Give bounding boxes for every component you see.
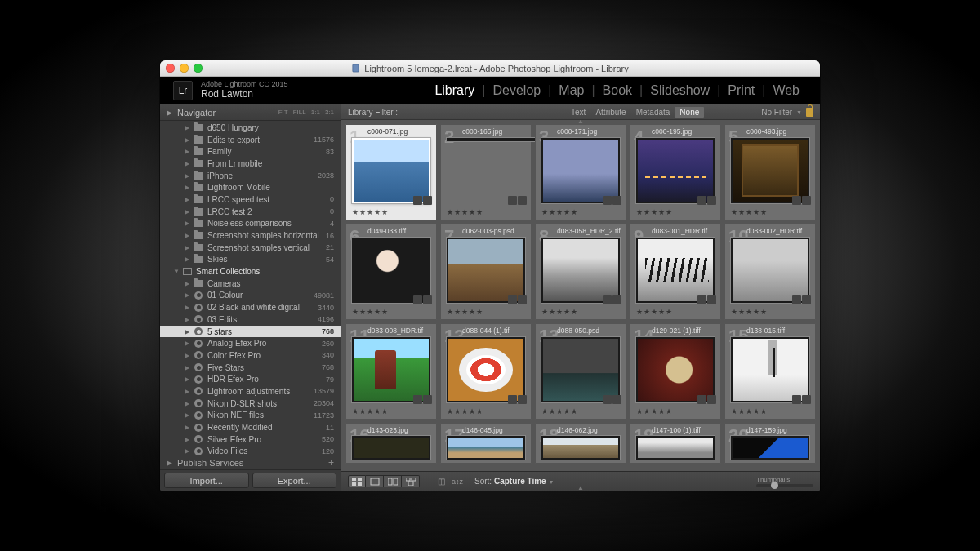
collection-item[interactable]: ▶Cameras	[160, 278, 341, 290]
rating-stars[interactable]: ★★★★★	[636, 407, 673, 415]
sort-control[interactable]: Sort: Capture Time ▼	[474, 477, 554, 486]
collection-item[interactable]: ▶Silver Efex Pro520	[160, 433, 341, 446]
collection-item[interactable]: ▶d650 Hungary	[160, 122, 341, 134]
collection-item[interactable]: ▶Edits to export11576	[160, 134, 341, 146]
thumbnail-size-slider[interactable]	[756, 484, 813, 487]
collection-item[interactable]: ▶03 Edits4196	[160, 313, 341, 326]
thumbnail-cell[interactable]: 3c000-171.jpg★★★★★	[535, 124, 626, 220]
filter-tab-none[interactable]: None	[675, 107, 704, 118]
module-map[interactable]: Map	[551, 83, 591, 98]
grid-view-button[interactable]	[348, 475, 366, 487]
zoom-1:1[interactable]: 1:1	[311, 109, 320, 116]
collection-item[interactable]: ▶Video Files120	[160, 446, 341, 455]
filter-preset[interactable]: No Filter ▼	[761, 108, 813, 117]
module-print[interactable]: Print	[720, 83, 762, 98]
disclosure-icon: ▶	[185, 148, 193, 155]
collection-item[interactable]: ▶LRCC test 20	[160, 206, 341, 218]
module-library[interactable]: Library	[427, 83, 482, 98]
collection-item[interactable]: ▶Screenshot samples horizontal16	[160, 229, 341, 242]
thumbnail-cell[interactable]: 13d088-050.psd★★★★★	[535, 323, 626, 420]
cell-badges	[508, 295, 527, 304]
rating-stars[interactable]: ★★★★★	[352, 308, 389, 316]
thumbnail-cell[interactable]: 16d143-023.jpg★★★★★	[345, 423, 437, 464]
thumbnail-cell[interactable]: 19d147-100 (1).tiff★★★★★	[630, 423, 721, 464]
thumbnail-cell[interactable]: 11d083-008_HDR.tif★★★★★	[345, 323, 437, 420]
collection-selected[interactable]: ▶5 stars768	[160, 326, 341, 338]
filter-tab-text[interactable]: Text	[566, 107, 590, 118]
add-icon[interactable]: +	[328, 457, 334, 469]
survey-view-button[interactable]	[402, 475, 420, 487]
collection-item[interactable]: ▶Nikon NEF files11723	[160, 410, 341, 422]
rating-stars[interactable]: ★★★★★	[447, 208, 483, 216]
collection-item[interactable]: ▶02 Black and white digital3440	[160, 301, 341, 313]
sort-direction-icon[interactable]: a↕z	[452, 478, 463, 486]
module-slideshow[interactable]: Slideshow	[643, 83, 717, 98]
thumbnail-cell[interactable]: 9d083-001_HDR.tif★★★★★	[630, 224, 721, 320]
thumbnail-cell[interactable]: 20d147-159.jpg★★★★★	[724, 423, 816, 464]
collection-item[interactable]: ▶Screenshot samples vertical21	[160, 242, 341, 254]
export-button[interactable]: Export...	[252, 473, 337, 488]
rating-stars[interactable]: ★★★★★	[352, 208, 389, 216]
grid-view[interactable]: ▲ 1c000-071.jpg★★★★★2c000-165.jpg★★★★★3c…	[341, 120, 820, 471]
navigator-panel-header[interactable]: ▶ Navigator FITFILL1:13:1	[160, 104, 341, 121]
import-button[interactable]: Import...	[164, 473, 249, 488]
thumbnail-cell[interactable]: 12d088-044 (1).tif★★★★★	[440, 323, 532, 420]
thumbnail-cell[interactable]: 18d146-062.jpg★★★★★	[535, 423, 626, 464]
thumbnail-cell[interactable]: 7d062-003-ps.psd★★★★★	[440, 224, 532, 320]
publish-services-header[interactable]: ▶ Publish Services +	[160, 455, 341, 469]
thumbnail-cell[interactable]: 15d138-015.tiff★★★★★	[724, 323, 816, 420]
loupe-view-button[interactable]	[366, 475, 384, 487]
thumbnail-cell[interactable]: 8d083-058_HDR_2.tif★★★★★	[535, 224, 626, 320]
minimize-icon[interactable]	[180, 64, 189, 73]
thumbnail-cell[interactable]: 6d049-033.tiff★★★★★	[345, 224, 437, 320]
collection-item[interactable]: ▶01 Colour49081	[160, 290, 341, 302]
thumbnail-cell[interactable]: 17d146-045.jpg★★★★★	[440, 423, 532, 464]
collection-item[interactable]: ▶Five Stars768	[160, 362, 341, 374]
rating-stars[interactable]: ★★★★★	[731, 308, 768, 316]
thumbnail-cell[interactable]: 10d083-002_HDR.tif★★★★★	[724, 224, 816, 320]
collection-item[interactable]: ▶Lightroom adjustments13579	[160, 385, 341, 398]
collection-item[interactable]: ▶Skies54	[160, 254, 341, 266]
rating-stars[interactable]: ★★★★★	[541, 308, 578, 316]
rating-stars[interactable]: ★★★★★	[731, 407, 768, 415]
collection-item[interactable]: ▶Lightroom Mobile	[160, 181, 341, 193]
module-develop[interactable]: Develop	[485, 83, 548, 98]
collection-item[interactable]: ▶iPhone2028	[160, 170, 341, 182]
rating-stars[interactable]: ★★★★★	[636, 308, 673, 316]
thumbnail-cell[interactable]: 2c000-165.jpg★★★★★	[440, 124, 532, 220]
lock-icon[interactable]	[806, 108, 813, 117]
collection-item[interactable]: ▶Noiseless comparisons4	[160, 218, 341, 230]
filter-tab-attribute[interactable]: Attribute	[590, 107, 630, 118]
collection-item[interactable]: ▶HDR Efex Pro79	[160, 373, 341, 385]
collection-item[interactable]: ▶Family83	[160, 145, 341, 158]
thumbnail-cell[interactable]: 4c000-195.jpg★★★★★	[630, 124, 721, 220]
close-icon[interactable]	[166, 64, 175, 73]
rating-stars[interactable]: ★★★★★	[447, 308, 483, 316]
zoom-fill[interactable]: FILL	[293, 109, 306, 116]
collection-item[interactable]: ▶Color Efex Pro340	[160, 349, 341, 362]
rating-stars[interactable]: ★★★★★	[447, 407, 483, 415]
zoom-3:1[interactable]: 3:1	[325, 109, 334, 116]
painter-tool-icon[interactable]: ◫	[438, 477, 445, 486]
rating-stars[interactable]: ★★★★★	[731, 208, 768, 216]
rating-stars[interactable]: ★★★★★	[636, 208, 673, 216]
rating-stars[interactable]: ★★★★★	[352, 407, 389, 415]
collection-item[interactable]: ▶Analog Efex Pro260	[160, 337, 341, 349]
module-book[interactable]: Book	[595, 83, 639, 98]
filter-tab-metadata[interactable]: Metadata	[631, 107, 675, 118]
rating-stars[interactable]: ★★★★★	[541, 208, 578, 216]
collection-item[interactable]: ▶Recently Modified11	[160, 421, 341, 433]
collection-item[interactable]: ▶Nikon D-SLR shots20304	[160, 398, 341, 410]
module-web[interactable]: Web	[765, 83, 807, 98]
compare-view-button[interactable]	[384, 475, 402, 487]
thumbnail-cell[interactable]: 1c000-071.jpg★★★★★	[345, 124, 437, 220]
collection-item[interactable]: ▶From Lr mobile	[160, 158, 341, 170]
thumbnail-cell[interactable]: 5c000-493.jpg★★★★★	[724, 124, 816, 220]
collection-item[interactable]: ▶LRCC speed test0	[160, 193, 341, 206]
rating-stars[interactable]: ★★★★★	[541, 407, 578, 415]
zoom-icon[interactable]	[194, 64, 203, 73]
zoom-fit[interactable]: FIT	[278, 109, 288, 116]
collection-item[interactable]: ▼Smart Collections	[160, 265, 341, 278]
thumbnail-cell[interactable]: 14d129-021 (1).tiff★★★★★	[630, 323, 721, 420]
panel-collapse-bottom-icon[interactable]: ▲	[577, 484, 584, 491]
